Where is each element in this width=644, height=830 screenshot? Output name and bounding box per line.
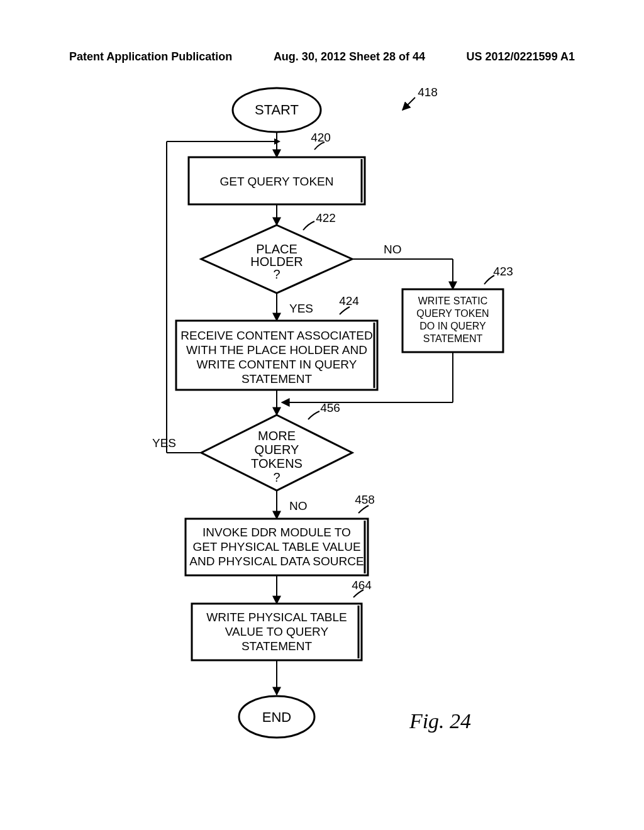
text-ws-4: STATEMENT [423,333,483,344]
callout-418: 418 [418,86,438,99]
leader-422 [303,221,314,230]
text-wp-2: VALUE TO QUERY [225,625,329,638]
leader-456 [308,411,319,419]
text-mt-2: QUERY [255,443,299,456]
header-center: Aug. 30, 2012 Sheet 28 of 44 [274,50,425,64]
callout-423: 423 [493,265,513,278]
leader-458 [358,506,369,513]
text-wp-1: WRITE PHYSICAL TABLE [206,611,347,624]
label-yes-456: YES [152,436,176,450]
flowchart-canvas: START GET QUERY TOKEN 420 418 PLACE HOLD… [0,75,644,792]
text-ddr-1: INVOKE DDR MODULE TO [203,526,351,539]
text-mt-3: TOKENS [251,456,303,470]
text-rc-3: WRITE CONTENT IN QUERY [197,358,357,371]
text-mt-1: MORE [258,429,296,443]
text-wp-3: STATEMENT [242,639,313,653]
text-placeholder-l1: PLACE [256,242,297,256]
text-ddr-2: GET PHYSICAL TABLE VALUE [192,540,360,553]
text-placeholder-l3: ? [273,267,280,281]
callout-458: 458 [355,493,375,506]
text-get-query-token: GET QUERY TOKEN [220,175,334,188]
text-rc-1: RECEIVE CONTENT ASSOCIATED [180,329,372,342]
end-label: END [262,709,291,725]
leader-418 [402,97,415,110]
leader-424 [340,307,350,314]
callout-464: 464 [352,578,372,592]
callout-420: 420 [311,131,331,144]
flowchart-svg: START GET QUERY TOKEN 420 418 PLACE HOLD… [0,75,644,792]
text-rc-2: WITH THE PLACE HOLDER AND [186,343,367,357]
label-yes-422: YES [289,302,313,315]
text-rc-4: STATEMENT [242,372,313,385]
text-ws-2: QUERY TOKEN [416,308,489,319]
figure-label: Fig. 24 [409,709,471,733]
header-right: US 2012/0221599 A1 [467,50,575,64]
callout-422: 422 [316,211,336,224]
text-placeholder-l2: HOLDER [250,255,303,268]
label-no-456: NO [289,499,308,512]
callout-424: 424 [339,294,359,307]
page-header: Patent Application Publication Aug. 30, … [69,50,575,64]
start-label: START [255,102,299,118]
text-ws-3: DO IN QUERY [419,321,486,331]
callout-456: 456 [320,401,340,414]
text-mt-4: ? [273,470,280,484]
text-ws-1: WRITE STATIC [418,296,488,306]
label-no-422: NO [384,243,402,256]
text-ddr-3: AND PHYSICAL DATA SOURCE [189,555,364,568]
header-left: Patent Application Publication [69,50,232,64]
